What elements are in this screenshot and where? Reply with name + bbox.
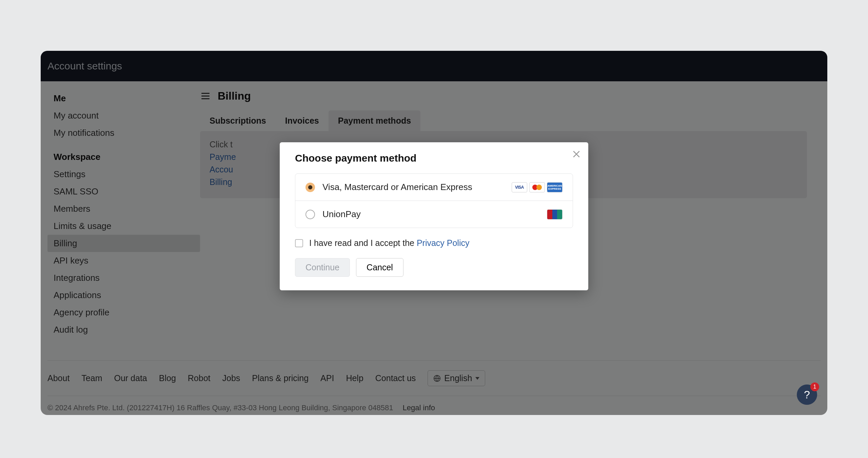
amex-icon: AMERICANEXPRESS bbox=[547, 182, 563, 192]
option-unionpay[interactable]: UnionPay bbox=[295, 201, 573, 228]
choose-payment-modal: Choose payment method Visa, Mastercard o… bbox=[280, 142, 588, 290]
app-frame: Account settings Me My account My notifi… bbox=[41, 51, 827, 415]
help-icon: ? bbox=[804, 389, 810, 401]
radio-selected-icon bbox=[305, 183, 315, 192]
payment-options: Visa, Mastercard or American Express VIS… bbox=[295, 173, 573, 228]
unionpay-icon bbox=[547, 209, 563, 220]
option-label: UnionPay bbox=[322, 209, 539, 220]
modal-wrapper: Choose payment method Visa, Mastercard o… bbox=[280, 142, 588, 290]
continue-button[interactable]: Continue bbox=[295, 258, 350, 277]
consent-text: I have read and I accept the Privacy Pol… bbox=[309, 238, 469, 248]
consent-row: I have read and I accept the Privacy Pol… bbox=[295, 238, 573, 248]
cancel-button[interactable]: Cancel bbox=[356, 258, 403, 277]
option-visa-mc-amex[interactable]: Visa, Mastercard or American Express VIS… bbox=[295, 174, 573, 201]
consent-prefix: I have read and I accept the bbox=[309, 238, 417, 248]
option-label: Visa, Mastercard or American Express bbox=[322, 182, 504, 192]
modal-actions: Continue Cancel bbox=[295, 258, 573, 277]
privacy-policy-link[interactable]: Privacy Policy bbox=[417, 238, 470, 248]
modal-title: Choose payment method bbox=[295, 152, 573, 164]
close-icon[interactable] bbox=[571, 149, 581, 159]
card-icons: VISA AMERICANEXPRESS bbox=[512, 182, 563, 192]
help-fab[interactable]: ? 1 bbox=[797, 384, 817, 405]
visa-icon: VISA bbox=[512, 182, 527, 192]
card-icons bbox=[547, 209, 563, 220]
help-badge: 1 bbox=[810, 382, 819, 391]
modal-overlay[interactable]: Choose payment method Visa, Mastercard o… bbox=[41, 51, 827, 415]
mastercard-icon bbox=[529, 182, 545, 192]
radio-unselected-icon bbox=[305, 210, 315, 219]
consent-checkbox[interactable] bbox=[295, 239, 303, 247]
